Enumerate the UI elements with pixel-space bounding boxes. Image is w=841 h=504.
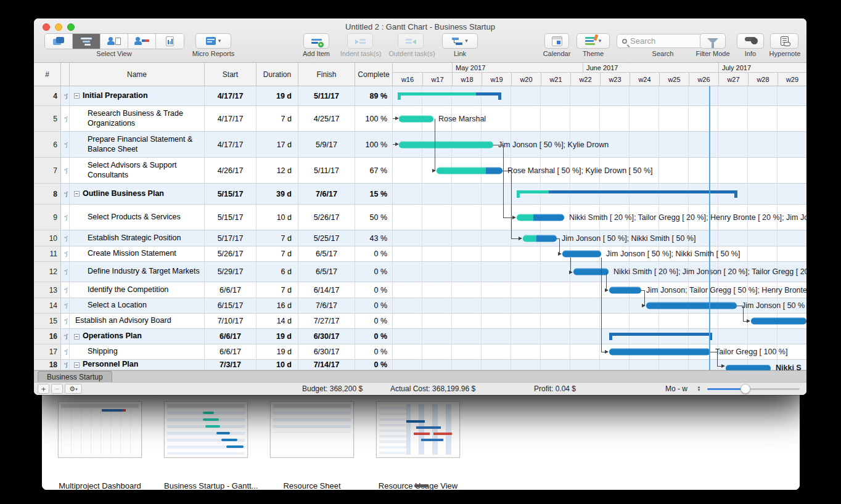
task-finish[interactable]: 5/11/17 — [298, 158, 355, 183]
gantt-summary-bar[interactable] — [398, 92, 501, 100]
collapse-icon[interactable]: − — [74, 362, 80, 368]
task-complete[interactable]: 0 % — [355, 282, 393, 298]
link-button[interactable]: ▾ — [442, 33, 478, 49]
task-start[interactable]: 5/17/17 — [205, 230, 256, 246]
task-complete[interactable]: 50 % — [355, 205, 393, 230]
task-duration[interactable]: 7 d — [256, 230, 298, 246]
task-duration[interactable]: 7 d — [256, 282, 298, 298]
column-header-name[interactable]: Name — [70, 63, 205, 86]
task-finish[interactable]: 6/5/17 — [298, 246, 355, 261]
gantt-bar[interactable] — [562, 251, 601, 258]
gantt-view-button[interactable] — [73, 34, 101, 49]
gantt-bar[interactable] — [437, 167, 503, 174]
template-thumbnail[interactable] — [376, 401, 460, 458]
task-start[interactable]: 6/6/17 — [205, 329, 256, 344]
task-start[interactable]: 7/10/17 — [205, 314, 256, 328]
task-finish[interactable]: 6/5/17 — [298, 262, 355, 282]
gantt-summary-bar[interactable] — [609, 333, 712, 340]
column-header-start[interactable]: Start — [205, 63, 256, 86]
task-duration[interactable]: 19 d — [256, 329, 298, 344]
collapse-icon[interactable]: − — [74, 93, 80, 99]
task-start[interactable]: 5/15/17 — [205, 184, 256, 204]
table-row[interactable]: 8 ⁺ʃ −Outline Business Plan 5/15/17 39 d… — [34, 184, 806, 205]
task-duration[interactable]: 6 d — [256, 262, 298, 282]
task-name[interactable]: Create Mission Statement — [70, 246, 205, 261]
table-row[interactable]: 12 ⁺ʃ Define Industry & Target Markets 5… — [34, 262, 806, 282]
task-start[interactable]: 4/17/17 — [205, 86, 256, 105]
task-finish[interactable]: 6/14/17 — [298, 282, 355, 298]
task-name[interactable]: −Personnel Plan — [70, 360, 205, 370]
task-start[interactable]: 6/6/17 — [205, 282, 256, 298]
task-complete[interactable]: 100 % — [355, 132, 393, 157]
task-name[interactable]: Select Advisors & Support Consultants — [70, 158, 205, 183]
task-finish[interactable]: 7/14/17 — [298, 360, 355, 370]
task-name[interactable]: Prepare Financial Statement & Balance Sh… — [70, 132, 205, 157]
task-start[interactable]: 7/3/17 — [205, 360, 256, 370]
task-name[interactable]: Define Industry & Target Markets — [70, 262, 205, 282]
column-header-finish[interactable]: Finish — [298, 63, 355, 86]
gantt-bar[interactable] — [609, 349, 710, 356]
table-row[interactable]: 7 ⁺ʃ Select Advisors & Support Consultan… — [34, 158, 806, 184]
task-duration[interactable]: 7 d — [256, 106, 298, 131]
task-start[interactable]: 5/26/17 — [205, 246, 256, 261]
gantt-bar[interactable] — [573, 269, 609, 275]
task-finish[interactable]: 5/25/17 — [298, 230, 355, 246]
task-name[interactable]: Select a Location — [70, 298, 205, 313]
table-row[interactable]: 6 ⁺ʃ Prepare Financial Statement & Balan… — [34, 132, 806, 158]
task-duration[interactable]: 16 d — [256, 298, 298, 313]
task-complete[interactable]: 0 % — [355, 314, 393, 328]
table-row[interactable]: 9 ⁺ʃ Select Products & Services 5/15/17 … — [34, 205, 806, 230]
zoom-slider[interactable] — [707, 388, 800, 390]
task-duration[interactable]: 17 d — [256, 132, 298, 157]
task-complete[interactable]: 0 % — [355, 329, 393, 344]
table-row[interactable]: 14 ⁺ʃ Select a Location 6/15/17 16 d 7/6… — [34, 298, 806, 314]
task-finish[interactable]: 4/25/17 — [298, 106, 355, 131]
task-finish[interactable]: 5/9/17 — [298, 132, 355, 157]
resize-handle[interactable] — [414, 484, 428, 487]
task-name[interactable]: −Initial Preparation — [70, 86, 205, 105]
gantt-bar[interactable] — [609, 287, 641, 293]
task-duration[interactable]: 12 d — [256, 158, 298, 183]
report-view-button[interactable] — [156, 34, 184, 49]
task-duration[interactable]: 10 d — [256, 360, 298, 370]
gantt-bar[interactable] — [726, 365, 771, 370]
table-row[interactable]: 13 ⁺ʃ Identify the Competition 6/6/17 7 … — [34, 282, 806, 298]
gantt-bar[interactable] — [646, 303, 737, 309]
task-name[interactable]: Establish Strategic Position — [70, 230, 205, 246]
task-complete[interactable]: 0 % — [355, 262, 393, 282]
task-start[interactable]: 5/29/17 — [205, 262, 256, 282]
task-duration[interactable]: 14 d — [256, 314, 298, 328]
indent-tasks-button[interactable] — [347, 33, 373, 49]
template-thumbnail[interactable] — [164, 401, 248, 458]
theme-button[interactable]: ▾ — [576, 33, 610, 49]
table-row[interactable]: 17 ⁺ʃ Shipping 6/6/17 19 d 6/30/17 0 % T… — [34, 344, 806, 360]
task-complete[interactable]: 0 % — [355, 360, 393, 370]
search-input[interactable] — [630, 36, 698, 46]
timescale-stepper[interactable]: ▲▼ — [695, 384, 703, 394]
remove-tab-button[interactable]: − — [51, 384, 63, 394]
table-row[interactable]: 18 ⁺ʃ −Personnel Plan 7/3/17 10 d 7/14/1… — [34, 360, 806, 370]
task-finish[interactable]: 6/30/17 — [298, 329, 355, 344]
resource-usage-view-button[interactable] — [128, 34, 156, 49]
task-finish[interactable]: 5/26/17 — [298, 205, 355, 230]
gantt-summary-bar[interactable] — [517, 190, 737, 198]
search-field[interactable] — [617, 34, 709, 48]
template-thumbnail[interactable] — [270, 401, 354, 458]
table-row[interactable]: 16 ⁺ʃ −Operations Plan 6/6/17 19 d 6/30/… — [34, 329, 806, 344]
gantt-bar[interactable] — [523, 235, 557, 242]
column-header-flag[interactable] — [61, 63, 70, 86]
filter-mode-button[interactable] — [700, 33, 726, 49]
add-tab-button[interactable]: + — [38, 384, 49, 394]
tab-business-startup[interactable]: Business Startup — [38, 371, 112, 383]
task-duration[interactable]: 19 d — [256, 344, 298, 359]
gantt-bar[interactable] — [517, 214, 564, 221]
outdent-tasks-button[interactable] — [398, 33, 424, 49]
calendar-button[interactable] — [544, 33, 569, 49]
task-name[interactable]: −Outline Business Plan — [70, 184, 205, 204]
gantt-bar[interactable] — [751, 318, 806, 325]
info-button[interactable] — [737, 33, 764, 49]
task-complete[interactable]: 0 % — [355, 344, 393, 359]
column-header-num[interactable]: # — [34, 63, 61, 86]
task-finish[interactable]: 6/30/17 — [298, 344, 355, 359]
tab-options-button[interactable]: ⚙▾ — [65, 384, 82, 394]
